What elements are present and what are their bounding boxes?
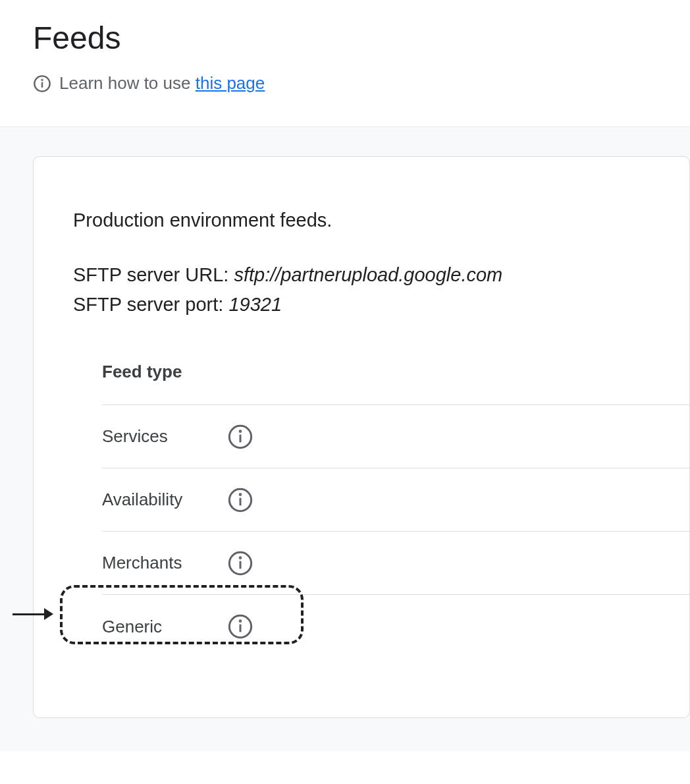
card-description: Production environment feeds. bbox=[73, 210, 689, 231]
svg-point-5 bbox=[240, 430, 241, 432]
annotation-arrow bbox=[13, 607, 55, 621]
sftp-port-label: SFTP server port: bbox=[73, 294, 228, 315]
table-row: Merchants bbox=[102, 532, 689, 595]
page-header: Feeds Learn how to use this page bbox=[0, 0, 690, 126]
info-icon[interactable] bbox=[227, 550, 253, 576]
help-prefix: Learn how to use bbox=[59, 73, 196, 93]
info-icon[interactable] bbox=[227, 487, 253, 513]
help-link[interactable]: this page bbox=[196, 73, 265, 93]
feed-type-table: Feed type Services Availability bbox=[73, 362, 689, 658]
info-icon[interactable] bbox=[227, 613, 253, 640]
info-icon[interactable] bbox=[227, 424, 253, 450]
sftp-port-line: SFTP server port: 19321 bbox=[73, 294, 689, 316]
row-label: Availability bbox=[102, 490, 227, 510]
sftp-url-value: sftp://partnerupload.google.com bbox=[234, 264, 502, 285]
page-title: Feeds bbox=[33, 20, 657, 56]
feeds-card: Production environment feeds. SFTP serve… bbox=[33, 156, 690, 718]
svg-point-11 bbox=[240, 557, 241, 558]
svg-point-8 bbox=[240, 493, 241, 495]
sftp-url-line: SFTP server URL: sftp://partnerupload.go… bbox=[73, 264, 689, 286]
table-row: Services bbox=[102, 405, 689, 468]
help-text: Learn how to use this page bbox=[59, 73, 265, 94]
sftp-url-label: SFTP server URL: bbox=[73, 264, 234, 285]
svg-point-14 bbox=[240, 621, 241, 622]
row-label: Merchants bbox=[102, 553, 227, 573]
help-row: Learn how to use this page bbox=[33, 73, 657, 94]
row-label: Generic bbox=[102, 617, 227, 637]
table-header: Feed type bbox=[102, 362, 689, 405]
content-area: Production environment feeds. SFTP serve… bbox=[0, 126, 690, 751]
table-row: Generic bbox=[102, 595, 689, 658]
sftp-port-value: 19321 bbox=[228, 294, 282, 315]
info-icon bbox=[33, 74, 51, 93]
table-row: Availability bbox=[102, 468, 689, 532]
row-label: Services bbox=[102, 426, 227, 447]
svg-point-2 bbox=[41, 79, 42, 80]
